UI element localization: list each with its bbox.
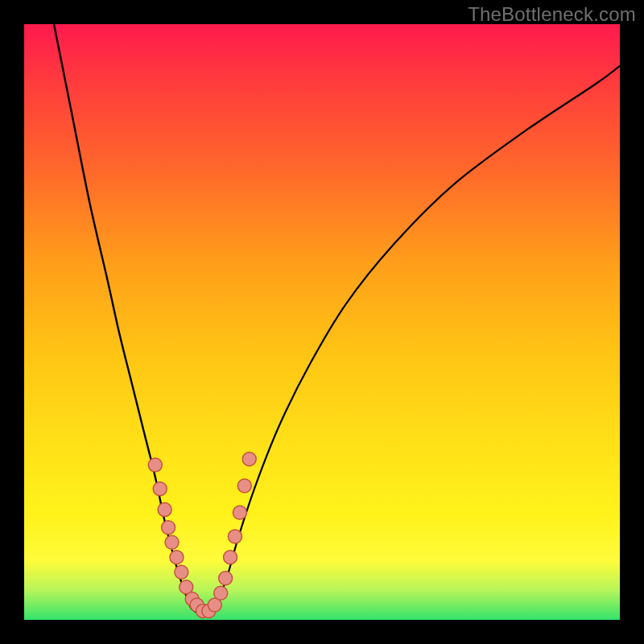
- highlight-dot: [148, 458, 162, 472]
- highlight-dot: [158, 503, 171, 517]
- highlight-dot: [228, 530, 242, 543]
- highlight-dot: [153, 482, 167, 496]
- highlight-dot: [180, 580, 193, 594]
- highlight-dot: [175, 565, 188, 579]
- highlight-dot: [224, 551, 237, 564]
- chart-plot-area: [24, 24, 620, 620]
- highlight-dot: [242, 452, 256, 466]
- chart-overlay-svg: [24, 24, 620, 620]
- highlight-dot: [196, 604, 210, 617]
- curve-left-branch: [54, 24, 191, 608]
- highlight-dot: [202, 604, 216, 617]
- highlight-dot: [214, 586, 228, 600]
- watermark-text: TheBottleneck.com: [468, 3, 636, 26]
- highlight-dot: [170, 551, 184, 564]
- highlight-dot: [219, 572, 233, 585]
- highlight-dot: [185, 592, 199, 606]
- highlight-dots-group: [148, 452, 256, 618]
- highlight-dot: [162, 521, 175, 535]
- curve-right-branch: [215, 66, 620, 608]
- chart-frame: TheBottleneck.com: [0, 0, 644, 644]
- highlight-dot: [165, 535, 179, 549]
- highlight-dot: [233, 506, 246, 519]
- highlight-dot: [208, 598, 221, 612]
- curve-valley-floor: [191, 608, 215, 614]
- highlight-dot: [237, 479, 251, 493]
- highlight-dot: [190, 598, 204, 612]
